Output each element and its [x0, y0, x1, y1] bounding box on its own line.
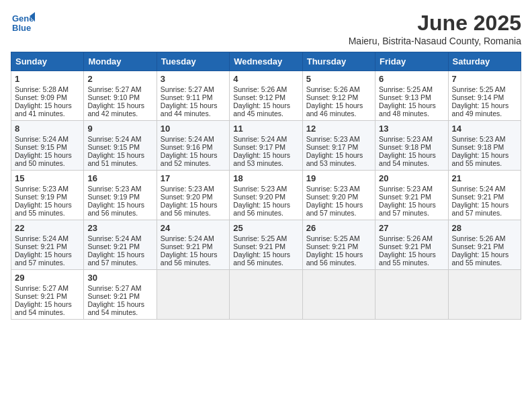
day-number: 1 [15, 74, 80, 84]
day-info-line: Sunset: 9:21 PM [15, 242, 80, 250]
day-info-line: Sunrise: 5:26 AM [452, 234, 517, 242]
calendar-cell: 16Sunrise: 5:23 AMSunset: 9:19 PMDayligh… [84, 171, 157, 220]
calendar-cell: 21Sunrise: 5:24 AMSunset: 9:21 PMDayligh… [448, 171, 521, 220]
day-info-line: Sunset: 9:16 PM [161, 143, 226, 151]
day-info-line: Daylight: 15 hours [161, 151, 226, 159]
day-number: 23 [87, 223, 152, 233]
calendar-cell: 15Sunrise: 5:23 AMSunset: 9:19 PMDayligh… [11, 171, 84, 220]
calendar-cell: 17Sunrise: 5:23 AMSunset: 9:20 PMDayligh… [157, 171, 229, 220]
day-info-line: and 57 minutes. [379, 209, 444, 217]
day-number: 14 [452, 124, 517, 134]
day-info-line: Daylight: 15 hours [15, 300, 80, 308]
day-info-line: Sunrise: 5:23 AM [233, 185, 298, 193]
day-info-line: Daylight: 15 hours [379, 201, 444, 209]
calendar-cell: 23Sunrise: 5:24 AMSunset: 9:21 PMDayligh… [84, 220, 157, 270]
day-info-line: Sunrise: 5:27 AM [87, 284, 152, 292]
day-info-line: Sunrise: 5:24 AM [15, 135, 80, 143]
day-info-line: Daylight: 15 hours [452, 151, 517, 159]
day-number: 16 [87, 173, 152, 183]
day-number: 15 [15, 173, 80, 183]
day-info-line: Daylight: 15 hours [233, 201, 298, 209]
day-info-line: Sunset: 9:21 PM [379, 242, 444, 250]
day-info-line: and 55 minutes. [379, 259, 444, 267]
calendar-cell [448, 270, 521, 320]
calendar-cell: 11Sunrise: 5:24 AMSunset: 9:17 PMDayligh… [230, 121, 302, 171]
day-info-line: Sunset: 9:17 PM [233, 143, 298, 151]
day-info-line: Sunset: 9:21 PM [87, 242, 152, 250]
day-info-line: Daylight: 15 hours [233, 250, 298, 259]
day-info-line: Sunset: 9:21 PM [379, 193, 444, 201]
day-info-line: Sunrise: 5:24 AM [87, 135, 152, 143]
day-number: 10 [161, 124, 226, 134]
day-info-line: Sunrise: 5:25 AM [379, 85, 444, 93]
day-info-line: Daylight: 15 hours [379, 250, 444, 259]
day-info-line: Daylight: 15 hours [15, 250, 80, 259]
day-info-line: and 42 minutes. [87, 109, 152, 118]
day-info-line: Sunrise: 5:23 AM [161, 185, 226, 193]
day-info-line: and 53 minutes. [233, 159, 298, 167]
calendar-cell: 30Sunrise: 5:27 AMSunset: 9:21 PMDayligh… [84, 270, 157, 320]
calendar-cell: 2Sunrise: 5:27 AMSunset: 9:10 PMDaylight… [84, 71, 157, 121]
day-number: 24 [161, 223, 226, 233]
day-number: 29 [15, 273, 80, 283]
calendar-cell [157, 270, 229, 320]
day-number: 22 [15, 223, 80, 233]
day-info-line: and 56 minutes. [161, 259, 226, 267]
day-info-line: Sunset: 9:18 PM [379, 143, 444, 151]
location-title: Maieru, Bistrita-Nasaud County, Romania [349, 36, 521, 46]
calendar-cell: 28Sunrise: 5:26 AMSunset: 9:21 PMDayligh… [448, 220, 521, 270]
week-row-2: 8Sunrise: 5:24 AMSunset: 9:15 PMDaylight… [11, 121, 521, 171]
day-info-line: Sunset: 9:15 PM [87, 143, 152, 151]
week-row-1: 1Sunrise: 5:28 AMSunset: 9:09 PMDaylight… [11, 71, 521, 121]
weekday-header-thursday: Thursday [302, 52, 375, 71]
day-info-line: and 54 minutes. [379, 159, 444, 167]
calendar-cell: 6Sunrise: 5:25 AMSunset: 9:13 PMDaylight… [375, 71, 448, 121]
calendar-cell: 14Sunrise: 5:23 AMSunset: 9:18 PMDayligh… [448, 121, 521, 171]
weekday-header-saturday: Saturday [448, 52, 521, 71]
day-number: 18 [233, 173, 298, 183]
day-info-line: and 56 minutes. [306, 259, 371, 267]
day-number: 19 [306, 173, 371, 183]
day-info-line: Sunrise: 5:23 AM [306, 185, 371, 193]
weekday-header-friday: Friday [375, 52, 448, 71]
day-info-line: and 57 minutes. [87, 259, 152, 267]
calendar-cell: 3Sunrise: 5:27 AMSunset: 9:11 PMDaylight… [157, 71, 229, 121]
day-info-line: Sunrise: 5:23 AM [379, 185, 444, 193]
day-info-line: Sunrise: 5:24 AM [161, 234, 226, 242]
weekday-header-tuesday: Tuesday [157, 52, 229, 71]
day-info-line: Sunrise: 5:23 AM [306, 135, 371, 143]
day-info-line: Daylight: 15 hours [452, 250, 517, 259]
day-info-line: and 41 minutes. [15, 109, 80, 118]
title-area: June 2025 Maieru, Bistrita-Nasaud County… [349, 11, 521, 46]
day-info-line: Sunrise: 5:27 AM [87, 85, 152, 93]
day-info-line: Daylight: 15 hours [306, 101, 371, 109]
day-info-line: and 44 minutes. [161, 109, 226, 118]
week-row-3: 15Sunrise: 5:23 AMSunset: 9:19 PMDayligh… [11, 171, 521, 220]
day-number: 27 [379, 223, 444, 233]
day-number: 17 [161, 173, 226, 183]
day-info-line: Sunrise: 5:27 AM [161, 85, 226, 93]
day-info-line: Sunset: 9:21 PM [452, 193, 517, 201]
day-info-line: Sunset: 9:13 PM [379, 93, 444, 101]
month-title: June 2025 [349, 11, 521, 36]
day-info-line: Sunset: 9:21 PM [233, 242, 298, 250]
day-info-line: Sunset: 9:11 PM [161, 93, 226, 101]
day-info-line: Sunset: 9:17 PM [306, 143, 371, 151]
day-info-line: and 56 minutes. [87, 209, 152, 217]
day-info-line: Daylight: 15 hours [161, 250, 226, 259]
day-info-line: Sunset: 9:21 PM [87, 292, 152, 300]
weekday-header-sunday: Sunday [11, 52, 84, 71]
day-info-line: and 54 minutes. [15, 308, 80, 316]
day-info-line: and 56 minutes. [233, 259, 298, 267]
day-info-line: Sunrise: 5:24 AM [87, 234, 152, 242]
day-info-line: and 46 minutes. [306, 109, 371, 118]
header: General Blue June 2025 Maieru, Bistrita-… [11, 11, 521, 46]
day-number: 21 [452, 173, 517, 183]
day-number: 11 [233, 124, 298, 134]
day-info-line: and 52 minutes. [161, 159, 226, 167]
day-number: 9 [87, 124, 152, 134]
calendar-cell: 19Sunrise: 5:23 AMSunset: 9:20 PMDayligh… [302, 171, 375, 220]
calendar-table: SundayMondayTuesdayWednesdayThursdayFrid… [11, 52, 521, 320]
day-info-line: Sunset: 9:12 PM [233, 93, 298, 101]
day-info-line: Sunrise: 5:24 AM [452, 185, 517, 193]
